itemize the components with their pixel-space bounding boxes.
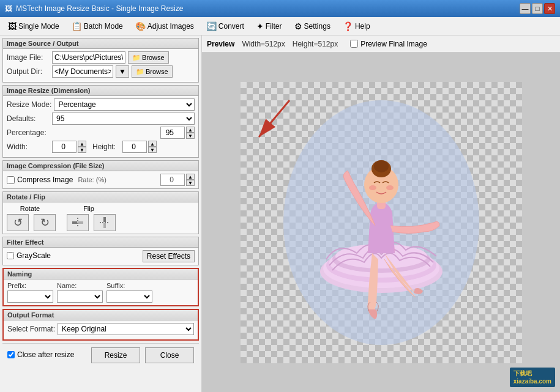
output-format-body: Select Format: Keep Original JPG PNG BMP…	[4, 320, 198, 339]
reset-effects-button[interactable]: Reset Effects	[143, 250, 195, 262]
output-dir-browse-button[interactable]: 📁 Browse	[132, 65, 173, 78]
maximize-button[interactable]: □	[532, 3, 543, 14]
naming-body: Prefix: Name: Suffix:	[4, 279, 198, 305]
filter-icon: ✦	[256, 21, 264, 31]
image-source-section: Image Source / Output Image File: 📁 Brow…	[2, 38, 199, 83]
width-down[interactable]: ▼	[78, 147, 86, 153]
close-after-checkbox[interactable]	[7, 351, 15, 358]
defaults-select[interactable]: 95 90 80	[52, 113, 195, 125]
rotate-col-label: Rotate	[7, 205, 53, 212]
adjust-images-icon: 🎨	[135, 21, 146, 31]
height-spinner[interactable]: ▲ ▼	[148, 141, 157, 153]
menu-filter[interactable]: ✦ Filter	[251, 19, 288, 34]
close-window-button[interactable]: ✕	[544, 3, 555, 14]
percentage-down[interactable]: ▼	[186, 133, 195, 139]
menu-help[interactable]: ❓ Help	[337, 19, 376, 34]
close-button[interactable]: Close	[145, 347, 194, 363]
suffix-col: Suffix:	[106, 282, 152, 303]
menu-settings[interactable]: ⚙ Settings	[289, 19, 336, 34]
watermark-line2: xiazaiba.com	[513, 377, 551, 385]
filter-effect-section: Filter Effect GrayScale Reset Effects	[2, 237, 199, 265]
percentage-spinner[interactable]: ▲ ▼	[186, 127, 195, 139]
rotate-left-button[interactable]: ↺	[7, 214, 29, 231]
rotate-flip-title: Rotate / Flip	[3, 192, 198, 202]
image-resize-section: Image Resize (Dimension) Resize Mode: Pe…	[2, 85, 199, 158]
height-label: Height:	[92, 142, 120, 151]
rotate-right-button[interactable]: ↻	[34, 214, 56, 231]
output-format-title: Output Format	[4, 310, 198, 320]
resize-button[interactable]: Resize	[91, 347, 140, 363]
app-title: MSTech Image Resize Basic - Single Image…	[16, 4, 183, 13]
ballerina-image	[277, 94, 485, 351]
compress-checkbox[interactable]	[7, 176, 15, 184]
compress-label: Compress Image	[17, 176, 73, 184]
width-input[interactable]	[52, 141, 77, 153]
image-compression-section: Image Compression (File Size) Compress I…	[2, 160, 199, 189]
width-spinner[interactable]: ▲ ▼	[78, 141, 86, 153]
suffix-select[interactable]	[106, 290, 152, 303]
rotate-flip-body: Rotate Flip ↺ ↻	[3, 202, 198, 234]
menu-batch-mode[interactable]: 📋 Batch Mode	[66, 19, 129, 34]
rate-input[interactable]	[160, 174, 185, 186]
menu-convert[interactable]: 🔄 Convert	[201, 19, 250, 34]
dimensions-row: Width: ▲ ▼ Height: ▲ ▼	[7, 141, 195, 153]
name-select[interactable]	[57, 290, 103, 303]
svg-point-17	[369, 185, 376, 190]
output-dir-row: Output Dir: ▼ 📁 Browse	[7, 65, 195, 78]
menu-single-mode[interactable]: 🖼 Single Mode	[2, 19, 65, 34]
format-select-row: Select Format: Keep Original JPG PNG BMP…	[7, 323, 194, 335]
menu-adjust-images[interactable]: 🎨 Adjust Images	[130, 19, 200, 34]
width-up[interactable]: ▲	[78, 141, 86, 147]
height-input[interactable]	[122, 141, 147, 153]
preview-final-row: Preview Final Image	[350, 40, 427, 48]
height-up[interactable]: ▲	[148, 141, 157, 147]
image-file-input[interactable]	[52, 51, 125, 64]
flip-horizontal-button[interactable]	[67, 214, 89, 231]
output-browse-label: Browse	[146, 68, 168, 75]
resize-mode-row: Resize Mode: Percentage Pixels	[7, 98, 195, 111]
height-down[interactable]: ▼	[148, 147, 157, 153]
preview-title: Preview	[207, 40, 234, 48]
rate-up[interactable]: ▲	[186, 174, 195, 180]
preview-canvas	[241, 82, 522, 363]
watermark-line1: 下载吧	[513, 369, 551, 377]
output-dir-input[interactable]	[52, 65, 113, 78]
image-compression-body: Compress Image Rate: (%) ▲ ▼	[3, 171, 198, 188]
rate-spinner[interactable]: ▲ ▼	[186, 174, 195, 186]
format-select[interactable]: Keep Original JPG PNG BMP GIF TIFF	[58, 323, 194, 335]
batch-mode-label: Batch Mode	[84, 22, 123, 31]
percentage-label: Percentage:	[7, 128, 50, 137]
percentage-up[interactable]: ▲	[186, 127, 195, 133]
image-compression-title: Image Compression (File Size)	[3, 161, 198, 171]
menubar: 🖼 Single Mode 📋 Batch Mode 🎨 Adjust Imag…	[0, 17, 560, 35]
naming-title: Naming	[4, 269, 198, 279]
output-dir-arrow-button[interactable]: ▼	[116, 65, 129, 78]
grayscale-checkbox[interactable]	[7, 252, 14, 259]
grayscale-row: GrayScale	[7, 251, 51, 260]
prefix-label: Prefix:	[7, 282, 53, 289]
prefix-select[interactable]	[7, 290, 53, 303]
output-browse-icon: 📁	[136, 68, 144, 76]
resize-mode-select[interactable]: Percentage Pixels	[54, 98, 195, 111]
image-resize-body: Resize Mode: Percentage Pixels Defaults:…	[3, 96, 198, 157]
percentage-input[interactable]	[160, 127, 185, 139]
flip-vertical-button[interactable]	[94, 214, 116, 231]
output-format-section: Output Format Select Format: Keep Origin…	[2, 309, 199, 341]
svg-rect-0	[72, 221, 77, 224]
rate-label: Rate: (%)	[78, 176, 106, 183]
width-label: Width:	[7, 142, 50, 151]
app-icon: 🖼	[5, 4, 12, 13]
naming-section: Naming Prefix: Name:	[2, 268, 199, 306]
preview-height: Height=512px	[293, 40, 338, 48]
preview-final-checkbox[interactable]	[350, 40, 358, 48]
convert-icon: 🔄	[206, 21, 217, 31]
rate-down[interactable]: ▼	[186, 180, 195, 186]
image-file-browse-button[interactable]: 📁 Browse	[128, 51, 169, 64]
single-mode-icon: 🖼	[8, 21, 17, 31]
help-icon: ❓	[343, 21, 353, 31]
minimize-button[interactable]: —	[520, 3, 531, 14]
preview-final-label: Preview Final Image	[360, 40, 427, 48]
titlebar-controls[interactable]: — □ ✕	[520, 3, 555, 14]
filter-label: Filter	[266, 22, 282, 31]
flip-col-label: Flip	[65, 205, 112, 212]
